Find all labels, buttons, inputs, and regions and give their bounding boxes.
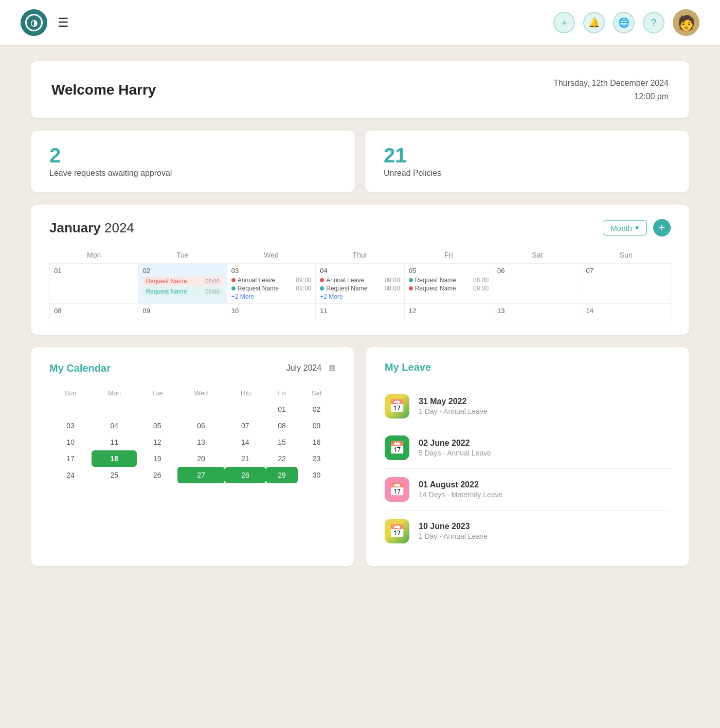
hamburger-menu[interactable]: ☰ (58, 15, 69, 30)
dot-red-icon (409, 286, 413, 290)
mini-calendar: Sun Mon Tue Wed Thu Fri Sat (49, 385, 335, 483)
avatar[interactable]: 🧑 (673, 9, 699, 36)
leave-details: 02 June 2022 5 Days - Annual Leave (419, 439, 491, 457)
my-cal-title: My Calendar (49, 362, 111, 374)
bottom-row: My Calendar July 2024 ≡ Sun Mon Tue Wed … (31, 347, 689, 566)
cal-cell-04: 04 Annual Leave 09:00 Request Name 08:00… (316, 264, 404, 304)
leave-desc: 5 Days - Annual Leave (419, 449, 491, 457)
dot-teal-icon (231, 286, 236, 290)
leave-icon-annual3: 📅 (385, 519, 409, 543)
range-cell[interactable]: 27 (177, 467, 224, 483)
dot-teal-icon (320, 286, 324, 290)
cal-cell-09: 09 (138, 304, 227, 320)
mini-cal-row: 03 04 05 06 07 08 09 (49, 417, 335, 434)
month-btn-label: Month (610, 224, 632, 232)
chevron-down-icon: ▾ (635, 223, 639, 232)
my-cal-header: My Calendar July 2024 ≡ (49, 361, 335, 375)
stat-label-leave: Leave requests awaiting approval (49, 169, 336, 178)
leave-icon-annual1: 📅 (385, 394, 409, 418)
leave-icon-annual2: 📅 (385, 435, 409, 460)
leave-date: 02 June 2022 (419, 439, 491, 448)
date-line1: Thursday, 12th December 2024 (553, 77, 669, 90)
stats-row: 2 Leave requests awaiting approval 21 Un… (31, 131, 689, 192)
leave-desc: 14 Days - Maternity Leave (419, 490, 502, 499)
leave-icon-maternity: 📅 (385, 477, 409, 502)
main-content: Welcome Harry Thursday, 12th December 20… (0, 46, 720, 581)
stat-card-policies: 21 Unread Policies (365, 131, 689, 192)
range-cell[interactable]: 29 (266, 467, 298, 483)
col-wed: Wed (227, 247, 315, 264)
cal-more[interactable]: +2 More (320, 293, 400, 300)
my-leave-title: My Leave (385, 361, 671, 373)
date-line2: 12:00 pm (553, 90, 669, 103)
cal-cell-01: 01 (50, 264, 138, 304)
list-item: 📅 01 August 2022 14 Days - Maternity Lea… (385, 469, 671, 511)
mini-cal-row: 24 25 26 27 28 29 30 (49, 467, 335, 483)
leave-details: 01 August 2022 14 Days - Maternity Leave (419, 480, 502, 499)
today-cell[interactable]: 18 (92, 450, 137, 467)
logo-inner: ◑ (25, 14, 43, 31)
header-right: ＋ 🔔 🌐 ? 🧑 (553, 9, 699, 36)
leave-desc: 1 Day - Annual Leave (419, 407, 488, 415)
leave-date: 10 June 2023 (419, 522, 488, 531)
cal-cell-06: 06 (493, 264, 582, 304)
range-cell[interactable]: 28 (225, 467, 266, 483)
dot-red-icon (320, 278, 324, 282)
bell-icon[interactable]: 🔔 (583, 12, 605, 33)
table-row: 08 09 10 11 12 13 14 (50, 304, 671, 320)
leave-details: 31 May 2022 1 Day - Annual Leave (419, 397, 488, 415)
my-calendar-card: My Calendar July 2024 ≡ Sun Mon Tue Wed … (31, 347, 354, 566)
cal-cell-10: 10 (227, 304, 315, 320)
my-cal-month: July 2024 (286, 363, 322, 373)
cal-event[interactable]: Request Name 08:00 (142, 287, 222, 296)
col-sat: Sat (493, 247, 582, 264)
list-item: 📅 02 June 2022 5 Days - Annual Leave (385, 427, 671, 469)
add-event-button[interactable]: + (653, 219, 671, 236)
list-item: 📅 31 May 2022 1 Day - Annual Leave (385, 386, 671, 427)
month-button[interactable]: Month ▾ (603, 220, 647, 235)
list-item: 📅 10 June 2023 1 Day - Annual Leave (385, 511, 671, 552)
mini-cal-row: 01 02 (49, 401, 335, 417)
cal-cell-11: 11 (316, 304, 404, 320)
col-mon: Mon (50, 247, 138, 264)
logo-icon[interactable]: ◑ (21, 9, 47, 36)
mini-cal-days-row: Sun Mon Tue Wed Thu Fri Sat (49, 385, 335, 401)
avatar-face: 🧑 (677, 14, 695, 31)
leave-desc: 1 Day - Annual Leave (419, 532, 488, 540)
globe-icon[interactable]: 🌐 (613, 12, 635, 33)
welcome-card: Welcome Harry Thursday, 12th December 20… (31, 61, 689, 118)
header-left: ◑ ☰ (21, 9, 69, 36)
calendar-header: January 2024 Month ▾ + (49, 219, 671, 236)
leave-date: 01 August 2022 (419, 480, 502, 489)
leave-details: 10 June 2023 1 Day - Annual Leave (419, 522, 488, 540)
col-sun: Sun (582, 247, 670, 264)
stat-label-policies: Unread Policies (384, 169, 671, 178)
cal-event[interactable]: Request Name 08:00 (142, 277, 222, 286)
table-row: 01 02 Request Name 08:00 Request Name 08… (50, 264, 671, 304)
stat-card-leave: 2 Leave requests awaiting approval (31, 131, 355, 192)
calendar-days-row: Mon Tue Wed Thur Fri Sat Sun (50, 247, 671, 264)
cal-cell-08: 08 (50, 304, 138, 320)
help-icon[interactable]: ? (643, 12, 664, 33)
col-thu: Thur (316, 247, 404, 264)
cal-cell-12: 12 (404, 304, 493, 320)
dot-teal-icon (409, 278, 413, 282)
cal-more[interactable]: +2 More (231, 293, 311, 300)
col-tue: Tue (138, 247, 227, 264)
leave-date: 31 May 2022 (419, 397, 488, 406)
calendar-title-bold: January (49, 220, 101, 235)
welcome-date: Thursday, 12th December 2024 12:00 pm (553, 77, 669, 103)
cal-cell-07: 07 (582, 264, 670, 304)
header: ◑ ☰ ＋ 🔔 🌐 ? 🧑 (0, 0, 720, 46)
cal-cell-05: 05 Request Name 08:00 Request Name 08:00 (404, 264, 493, 304)
add-icon[interactable]: ＋ (553, 12, 575, 33)
stat-number-policies: 21 (384, 145, 671, 166)
col-fri: Fri (404, 247, 493, 264)
dot-red-icon (231, 278, 236, 282)
mini-cal-row: 10 11 12 13 14 15 16 (49, 434, 335, 450)
menu-icon[interactable]: ≡ (329, 361, 335, 375)
my-leave-card: My Leave 📅 31 May 2022 1 Day - Annual Le… (366, 347, 689, 566)
calendar-title: January 2024 (49, 220, 134, 236)
cal-cell-14: 14 (582, 304, 670, 320)
stat-number-leave: 2 (49, 145, 336, 166)
